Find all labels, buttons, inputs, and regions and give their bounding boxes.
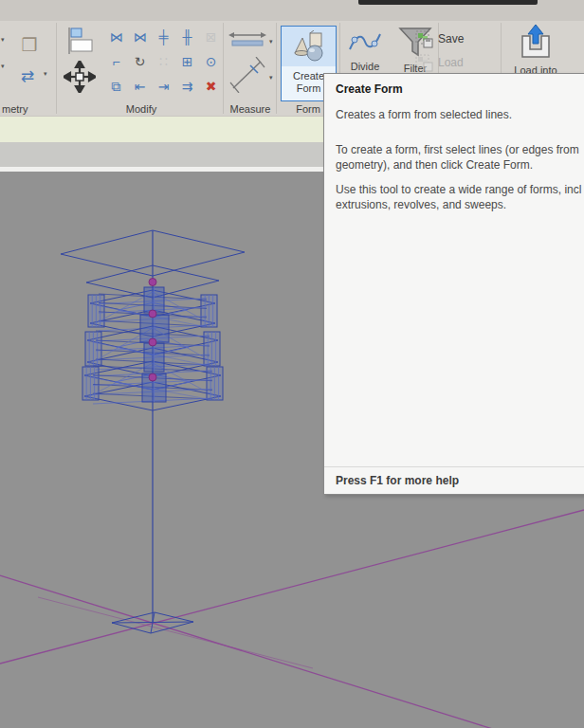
load-label: Load	[438, 56, 464, 69]
offset-icon[interactable]: ⌐	[104, 49, 128, 74]
measure-horizontal-icon	[228, 28, 266, 49]
align-icon	[65, 27, 94, 55]
trim-extend-single-icon[interactable]: ⇥	[152, 74, 175, 99]
chevron-down-icon[interactable]: ▾	[269, 74, 273, 82]
load-button: Load	[415, 52, 495, 73]
modify-tool-grid: ⋈⋈╪╫⊠⌐↻∷⊞⊙⧉⇤⇥⇉✖	[104, 25, 224, 100]
copy-icon[interactable]: ⧉	[104, 74, 128, 99]
cut-geometry-button[interactable]: ❒	[15, 30, 44, 59]
tooltip-line: To create a form, first select lines (or…	[336, 142, 584, 157]
tooltip-line: Use this tool to create a wide range of …	[336, 182, 584, 197]
cut-geometry-icon: ❒	[21, 36, 37, 54]
tooltip-line: Creates a form from selected lines.	[336, 107, 584, 122]
load-icon	[415, 54, 433, 72]
panel-label-modify: Modify	[59, 102, 224, 116]
divide-button[interactable]: Divide	[343, 27, 387, 72]
panel-separator	[56, 23, 57, 114]
pin-icon[interactable]: ⊙	[199, 49, 223, 74]
chevron-down-icon[interactable]: ▾	[1, 36, 5, 44]
panel-separator	[276, 23, 277, 114]
revit-window: ▾ ▾ ❒ ⇄ ▾ metry	[0, 0, 584, 728]
panel-label-measure: Measure	[225, 102, 276, 116]
save-label: Save	[438, 32, 464, 46]
transfer-icon: ⇄	[21, 68, 34, 84]
move-button[interactable]	[63, 57, 97, 97]
mirror-draw-axis-icon[interactable]: ⋈	[128, 25, 152, 49]
chevron-down-icon[interactable]: ▾	[44, 70, 47, 78]
chevron-down-icon[interactable]: ▾	[1, 63, 5, 70]
tooltip-line: extrusions, revolves, and sweeps.	[336, 197, 584, 212]
window-top-bar	[358, 0, 538, 5]
tooltip-title: Create Form	[336, 82, 584, 96]
divide-label: Divide	[343, 61, 387, 72]
delete-icon[interactable]: ✖	[199, 74, 223, 99]
tooltip-line: geometry), and then click Create Form.	[336, 157, 584, 173]
save-button[interactable]: Save	[415, 28, 495, 49]
create-form-tooltip: Create Form Creates a form from selected…	[323, 73, 584, 495]
load-into-button[interactable]: Load into	[508, 23, 563, 76]
create-form-icon	[293, 30, 325, 63]
create-form-icon-area	[282, 27, 336, 66]
array-icon: ∷	[152, 49, 175, 74]
panel-label-geometry: metry	[0, 102, 46, 116]
rotate-icon[interactable]: ↻	[128, 49, 152, 74]
tooltip-footer: Press F1 for more help	[324, 466, 584, 494]
save-icon	[415, 30, 433, 48]
split-element-icon[interactable]: ╪	[152, 25, 175, 49]
load-into-project-icon	[517, 23, 555, 61]
divide-icon	[347, 27, 383, 57]
split-with-gap-icon[interactable]: ╫	[175, 25, 199, 49]
measure-aligned-button[interactable]	[228, 27, 267, 51]
chevron-down-icon[interactable]: ▾	[269, 38, 273, 46]
scale-icon[interactable]: ⊞	[175, 49, 199, 74]
measure-between-button[interactable]	[228, 55, 267, 95]
measure-diagonal-icon	[229, 57, 265, 93]
transfer-button[interactable]: ⇄	[13, 63, 42, 89]
unjoin-icon: ⊠	[199, 25, 223, 49]
trim-extend-corner-icon[interactable]: ⇤	[128, 74, 152, 99]
mirror-pick-axis-icon[interactable]: ⋈	[104, 25, 128, 49]
move-icon	[64, 61, 96, 93]
align-button[interactable]	[63, 25, 97, 57]
trim-extend-multiple-icon[interactable]: ⇉	[175, 74, 199, 99]
